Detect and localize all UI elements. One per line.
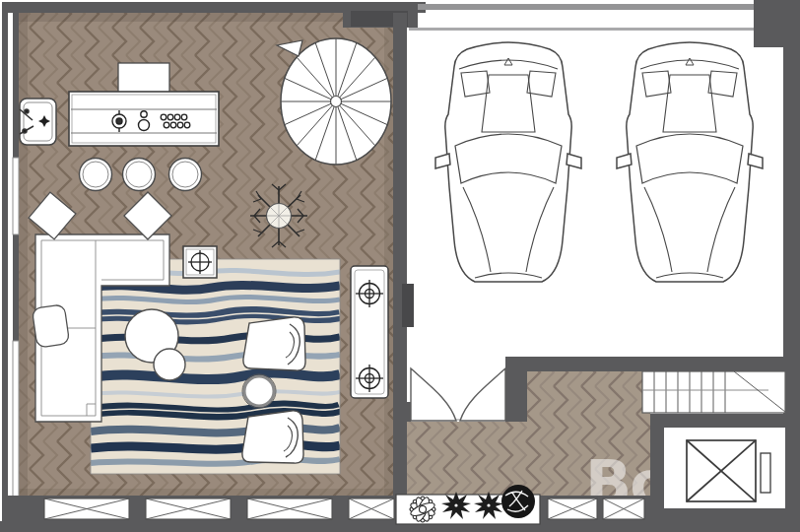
right-wall	[783, 0, 800, 532]
planter-round-plant	[501, 485, 535, 518]
car-left	[435, 42, 581, 282]
round-side-table	[244, 376, 274, 406]
divider-wall	[393, 13, 407, 521]
left-wall-window	[13, 341, 19, 497]
left-wall-segment	[13, 12, 19, 158]
left-wall-segment	[13, 234, 19, 341]
coffee-table-small	[154, 349, 185, 380]
hall-top-wall	[525, 357, 785, 371]
car-right	[617, 42, 763, 282]
door-jamb	[397, 402, 411, 422]
divider-wall-pilaster	[402, 284, 414, 327]
console-table	[351, 266, 388, 398]
range-hood	[118, 63, 169, 95]
armchair-bottom	[242, 411, 303, 463]
floor-plan: Bo	[0, 0, 800, 532]
floor-plan-drawing: Bo	[0, 0, 800, 532]
hall-wall-step	[505, 357, 527, 422]
armchair-top	[243, 317, 305, 370]
wall-sink	[20, 99, 56, 145]
left-wall-outer	[2, 2, 8, 530]
garage-door-track	[418, 4, 768, 10]
square-side-table	[183, 246, 217, 278]
bar-stools	[80, 159, 202, 191]
kitchen-island	[69, 92, 219, 146]
sofa-pillow	[32, 304, 69, 348]
garage-door-line	[409, 28, 773, 31]
staircase	[642, 371, 785, 413]
elevator	[650, 414, 800, 522]
left-wall-window	[13, 158, 19, 234]
